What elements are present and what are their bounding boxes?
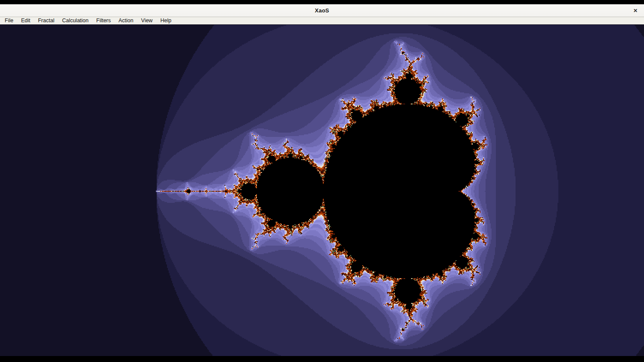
menu-fractal[interactable]: Fractal <box>34 17 58 24</box>
desktop-strip-top <box>0 0 644 4</box>
menu-edit[interactable]: Edit <box>17 17 34 24</box>
window-title: XaoS <box>315 7 329 14</box>
menu-action[interactable]: Action <box>115 17 137 24</box>
titlebar[interactable]: XaoS ✕ <box>0 4 644 17</box>
menu-filters[interactable]: Filters <box>92 17 115 24</box>
menu-view[interactable]: View <box>137 17 157 24</box>
menubar: File Edit Fractal Calculation Filters Ac… <box>0 17 644 25</box>
fractal-viewport <box>0 25 644 356</box>
desktop-strip-bottom <box>0 356 644 362</box>
close-button[interactable]: ✕ <box>630 4 641 17</box>
menu-file[interactable]: File <box>1 17 17 24</box>
menu-help[interactable]: Help <box>156 17 175 24</box>
desktop-background: XaoS ✕ File Edit Fractal Calculation Fil… <box>0 0 644 362</box>
menu-calculation[interactable]: Calculation <box>58 17 92 24</box>
xaos-window: XaoS ✕ File Edit Fractal Calculation Fil… <box>0 4 644 356</box>
fractal-canvas[interactable] <box>0 25 644 356</box>
